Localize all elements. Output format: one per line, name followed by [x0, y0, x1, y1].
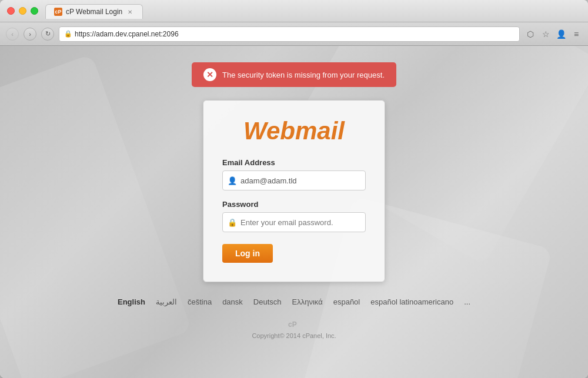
active-tab[interactable]: cP cP Webmail Login ✕: [45, 4, 143, 19]
error-message: The security token is missing from your …: [222, 71, 385, 79]
language-item[interactable]: Ελληνικά: [292, 297, 323, 306]
language-item[interactable]: English: [118, 297, 145, 306]
bookmark-icon[interactable]: ☆: [540, 28, 552, 40]
password-input[interactable]: [222, 212, 366, 232]
language-item[interactable]: ...: [464, 297, 470, 306]
minimize-button[interactable]: [19, 7, 26, 15]
language-item[interactable]: español latinoamericano: [370, 297, 453, 306]
tab-bar: cP cP Webmail Login ✕: [45, 4, 581, 18]
traffic-lights: [7, 7, 38, 15]
footer: cP Copyright© 2014 cPanel, Inc.: [252, 318, 336, 339]
page-content: ✕ The security token is missing from you…: [0, 46, 588, 378]
forward-button[interactable]: ›: [24, 28, 36, 41]
tab-favicon: cP: [54, 8, 62, 16]
language-bar: EnglishالعربيةčeštinadanskDeutschΕλληνικ…: [106, 297, 482, 306]
url-bar[interactable]: 🔒 https://adam.dev.cpanel.net:2096: [59, 26, 520, 42]
lock-icon: 🔒: [228, 218, 237, 227]
toolbar-icons: ⬡ ☆ 👤 ≡: [524, 28, 582, 40]
secure-icon: 🔒: [64, 30, 72, 38]
language-item[interactable]: dansk: [222, 297, 243, 306]
title-bar: cP cP Webmail Login ✕: [0, 0, 588, 22]
error-x-icon: ✕: [206, 70, 213, 79]
login-button[interactable]: Log in: [222, 244, 273, 263]
bg-shape-2: [0, 54, 192, 378]
copyright-text: Copyright© 2014 cPanel, Inc.: [252, 332, 336, 339]
email-label: Email Address: [222, 158, 366, 167]
email-input-wrapper: 👤: [222, 170, 366, 190]
login-card: Webmail Email Address 👤 Password 🔒 Log i…: [203, 100, 385, 282]
email-form-group: Email Address 👤: [222, 158, 366, 190]
password-label: Password: [222, 200, 366, 209]
refresh-button[interactable]: ↻: [41, 28, 54, 41]
back-button[interactable]: ‹: [6, 28, 19, 41]
svg-text:cP: cP: [288, 320, 297, 329]
password-input-wrapper: 🔒: [222, 212, 366, 232]
maximize-button[interactable]: [31, 7, 38, 15]
user-icon: 👤: [228, 176, 237, 185]
password-form-group: Password 🔒: [222, 200, 366, 232]
address-bar: ‹ › ↻ 🔒 https://adam.dev.cpanel.net:2096…: [0, 22, 588, 46]
language-item[interactable]: العربية: [156, 297, 177, 306]
tab-close-button[interactable]: ✕: [126, 8, 134, 16]
url-text: https://adam.dev.cpanel.net:2096: [75, 30, 179, 38]
browser-window: cP cP Webmail Login ✕ ‹ › ↻ 🔒 https://ad…: [0, 0, 588, 378]
cpanel-logo: cP: [286, 318, 302, 330]
webmail-title: Webmail: [222, 117, 366, 145]
profile-icon[interactable]: 👤: [555, 28, 567, 40]
close-button[interactable]: [7, 7, 15, 15]
language-item[interactable]: Deutsch: [253, 297, 282, 306]
cast-icon[interactable]: ⬡: [524, 28, 536, 40]
language-item[interactable]: español: [333, 297, 360, 306]
menu-icon[interactable]: ≡: [570, 28, 582, 40]
email-input[interactable]: [222, 170, 366, 190]
language-item[interactable]: čeština: [188, 297, 212, 306]
error-banner: ✕ The security token is missing from you…: [192, 62, 396, 87]
error-icon: ✕: [203, 68, 216, 81]
tab-title: cP Webmail Login: [66, 8, 122, 16]
